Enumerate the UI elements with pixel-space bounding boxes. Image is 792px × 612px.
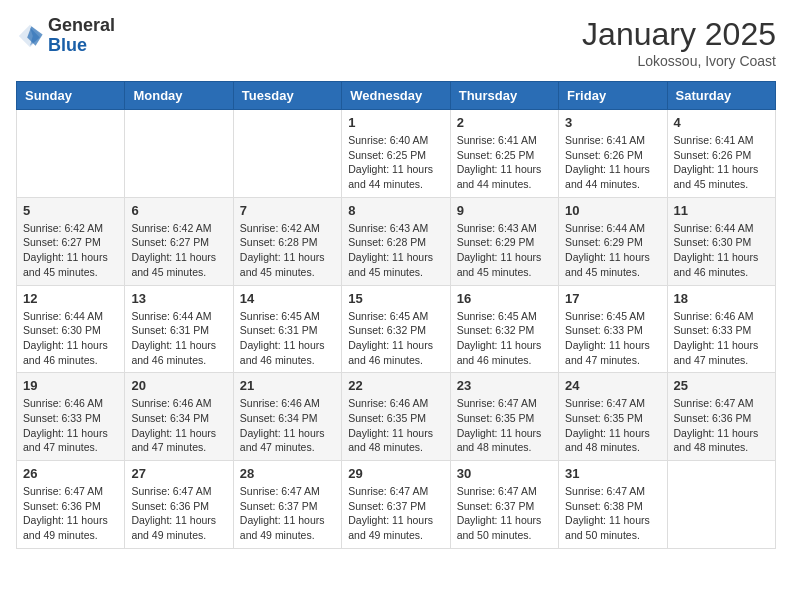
day-info: Sunrise: 6:43 AM Sunset: 6:29 PM Dayligh…	[457, 221, 552, 280]
day-cell: 29Sunrise: 6:47 AM Sunset: 6:37 PM Dayli…	[342, 461, 450, 549]
day-cell: 23Sunrise: 6:47 AM Sunset: 6:35 PM Dayli…	[450, 373, 558, 461]
day-info: Sunrise: 6:43 AM Sunset: 6:28 PM Dayligh…	[348, 221, 443, 280]
day-number: 20	[131, 378, 226, 393]
day-number: 12	[23, 291, 118, 306]
day-number: 13	[131, 291, 226, 306]
day-number: 3	[565, 115, 660, 130]
day-cell: 17Sunrise: 6:45 AM Sunset: 6:33 PM Dayli…	[559, 285, 667, 373]
logo-icon	[16, 22, 44, 50]
day-info: Sunrise: 6:47 AM Sunset: 6:35 PM Dayligh…	[457, 396, 552, 455]
day-cell: 30Sunrise: 6:47 AM Sunset: 6:37 PM Dayli…	[450, 461, 558, 549]
logo: General Blue	[16, 16, 115, 56]
week-row-2: 5Sunrise: 6:42 AM Sunset: 6:27 PM Daylig…	[17, 197, 776, 285]
day-cell: 21Sunrise: 6:46 AM Sunset: 6:34 PM Dayli…	[233, 373, 341, 461]
day-cell: 31Sunrise: 6:47 AM Sunset: 6:38 PM Dayli…	[559, 461, 667, 549]
day-cell: 9Sunrise: 6:43 AM Sunset: 6:29 PM Daylig…	[450, 197, 558, 285]
day-cell: 12Sunrise: 6:44 AM Sunset: 6:30 PM Dayli…	[17, 285, 125, 373]
day-cell: 19Sunrise: 6:46 AM Sunset: 6:33 PM Dayli…	[17, 373, 125, 461]
day-number: 22	[348, 378, 443, 393]
day-info: Sunrise: 6:41 AM Sunset: 6:26 PM Dayligh…	[565, 133, 660, 192]
day-cell: 14Sunrise: 6:45 AM Sunset: 6:31 PM Dayli…	[233, 285, 341, 373]
day-number: 8	[348, 203, 443, 218]
month-title: January 2025	[582, 16, 776, 53]
day-info: Sunrise: 6:44 AM Sunset: 6:30 PM Dayligh…	[674, 221, 769, 280]
day-number: 2	[457, 115, 552, 130]
day-number: 24	[565, 378, 660, 393]
day-number: 9	[457, 203, 552, 218]
day-info: Sunrise: 6:40 AM Sunset: 6:25 PM Dayligh…	[348, 133, 443, 192]
day-info: Sunrise: 6:45 AM Sunset: 6:32 PM Dayligh…	[457, 309, 552, 368]
page-header: General Blue January 2025 Lokossou, Ivor…	[16, 16, 776, 69]
day-cell	[233, 110, 341, 198]
day-number: 17	[565, 291, 660, 306]
day-info: Sunrise: 6:42 AM Sunset: 6:27 PM Dayligh…	[131, 221, 226, 280]
day-number: 19	[23, 378, 118, 393]
weekday-header-friday: Friday	[559, 82, 667, 110]
day-number: 21	[240, 378, 335, 393]
day-number: 10	[565, 203, 660, 218]
day-info: Sunrise: 6:41 AM Sunset: 6:26 PM Dayligh…	[674, 133, 769, 192]
weekday-header-tuesday: Tuesday	[233, 82, 341, 110]
day-info: Sunrise: 6:46 AM Sunset: 6:35 PM Dayligh…	[348, 396, 443, 455]
day-info: Sunrise: 6:42 AM Sunset: 6:28 PM Dayligh…	[240, 221, 335, 280]
day-info: Sunrise: 6:47 AM Sunset: 6:37 PM Dayligh…	[240, 484, 335, 543]
day-info: Sunrise: 6:44 AM Sunset: 6:29 PM Dayligh…	[565, 221, 660, 280]
day-info: Sunrise: 6:45 AM Sunset: 6:33 PM Dayligh…	[565, 309, 660, 368]
day-cell: 18Sunrise: 6:46 AM Sunset: 6:33 PM Dayli…	[667, 285, 775, 373]
day-number: 16	[457, 291, 552, 306]
day-number: 7	[240, 203, 335, 218]
day-number: 26	[23, 466, 118, 481]
day-info: Sunrise: 6:47 AM Sunset: 6:38 PM Dayligh…	[565, 484, 660, 543]
day-number: 1	[348, 115, 443, 130]
day-info: Sunrise: 6:46 AM Sunset: 6:34 PM Dayligh…	[131, 396, 226, 455]
weekday-header-sunday: Sunday	[17, 82, 125, 110]
day-number: 27	[131, 466, 226, 481]
weekday-header-saturday: Saturday	[667, 82, 775, 110]
weekday-header-row: SundayMondayTuesdayWednesdayThursdayFrid…	[17, 82, 776, 110]
day-info: Sunrise: 6:47 AM Sunset: 6:36 PM Dayligh…	[131, 484, 226, 543]
day-cell: 8Sunrise: 6:43 AM Sunset: 6:28 PM Daylig…	[342, 197, 450, 285]
weekday-header-wednesday: Wednesday	[342, 82, 450, 110]
location-subtitle: Lokossou, Ivory Coast	[582, 53, 776, 69]
day-number: 29	[348, 466, 443, 481]
day-cell	[17, 110, 125, 198]
day-cell: 6Sunrise: 6:42 AM Sunset: 6:27 PM Daylig…	[125, 197, 233, 285]
day-number: 11	[674, 203, 769, 218]
day-number: 14	[240, 291, 335, 306]
day-info: Sunrise: 6:44 AM Sunset: 6:31 PM Dayligh…	[131, 309, 226, 368]
day-cell	[125, 110, 233, 198]
week-row-5: 26Sunrise: 6:47 AM Sunset: 6:36 PM Dayli…	[17, 461, 776, 549]
day-number: 4	[674, 115, 769, 130]
day-number: 18	[674, 291, 769, 306]
day-info: Sunrise: 6:47 AM Sunset: 6:35 PM Dayligh…	[565, 396, 660, 455]
week-row-1: 1Sunrise: 6:40 AM Sunset: 6:25 PM Daylig…	[17, 110, 776, 198]
day-cell: 16Sunrise: 6:45 AM Sunset: 6:32 PM Dayli…	[450, 285, 558, 373]
day-info: Sunrise: 6:45 AM Sunset: 6:32 PM Dayligh…	[348, 309, 443, 368]
logo-text: General Blue	[48, 16, 115, 56]
day-cell: 3Sunrise: 6:41 AM Sunset: 6:26 PM Daylig…	[559, 110, 667, 198]
week-row-4: 19Sunrise: 6:46 AM Sunset: 6:33 PM Dayli…	[17, 373, 776, 461]
day-cell: 7Sunrise: 6:42 AM Sunset: 6:28 PM Daylig…	[233, 197, 341, 285]
title-block: January 2025 Lokossou, Ivory Coast	[582, 16, 776, 69]
day-cell: 13Sunrise: 6:44 AM Sunset: 6:31 PM Dayli…	[125, 285, 233, 373]
day-cell: 22Sunrise: 6:46 AM Sunset: 6:35 PM Dayli…	[342, 373, 450, 461]
day-info: Sunrise: 6:47 AM Sunset: 6:37 PM Dayligh…	[457, 484, 552, 543]
day-cell: 27Sunrise: 6:47 AM Sunset: 6:36 PM Dayli…	[125, 461, 233, 549]
day-info: Sunrise: 6:45 AM Sunset: 6:31 PM Dayligh…	[240, 309, 335, 368]
day-cell: 2Sunrise: 6:41 AM Sunset: 6:25 PM Daylig…	[450, 110, 558, 198]
day-info: Sunrise: 6:46 AM Sunset: 6:34 PM Dayligh…	[240, 396, 335, 455]
day-number: 5	[23, 203, 118, 218]
calendar-table: SundayMondayTuesdayWednesdayThursdayFrid…	[16, 81, 776, 549]
week-row-3: 12Sunrise: 6:44 AM Sunset: 6:30 PM Dayli…	[17, 285, 776, 373]
day-info: Sunrise: 6:47 AM Sunset: 6:36 PM Dayligh…	[674, 396, 769, 455]
weekday-header-monday: Monday	[125, 82, 233, 110]
day-number: 23	[457, 378, 552, 393]
day-cell: 15Sunrise: 6:45 AM Sunset: 6:32 PM Dayli…	[342, 285, 450, 373]
day-number: 30	[457, 466, 552, 481]
day-info: Sunrise: 6:41 AM Sunset: 6:25 PM Dayligh…	[457, 133, 552, 192]
day-info: Sunrise: 6:47 AM Sunset: 6:37 PM Dayligh…	[348, 484, 443, 543]
day-info: Sunrise: 6:42 AM Sunset: 6:27 PM Dayligh…	[23, 221, 118, 280]
day-cell: 24Sunrise: 6:47 AM Sunset: 6:35 PM Dayli…	[559, 373, 667, 461]
day-info: Sunrise: 6:44 AM Sunset: 6:30 PM Dayligh…	[23, 309, 118, 368]
day-number: 31	[565, 466, 660, 481]
